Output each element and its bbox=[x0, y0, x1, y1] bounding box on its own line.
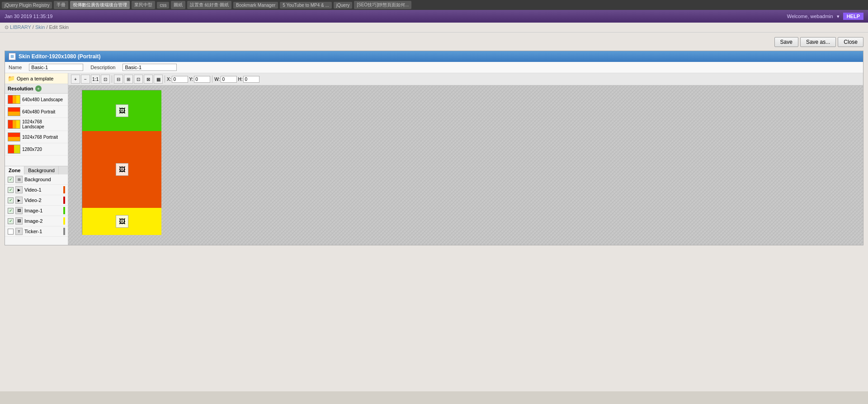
w-input[interactable] bbox=[221, 76, 237, 83]
y-input[interactable] bbox=[194, 76, 210, 83]
canvas-area[interactable]: 🖼 🖼 🖼 bbox=[68, 85, 863, 245]
zoom-in-button[interactable]: + bbox=[71, 75, 80, 84]
description-label: Description bbox=[90, 65, 115, 70]
name-input[interactable] bbox=[29, 64, 83, 71]
skin-editor-title-text: Skin Editor-1920x1080 (Portrait) bbox=[19, 53, 100, 60]
chevron-down-icon[interactable]: ▾ bbox=[837, 14, 840, 19]
zone-color-bar bbox=[63, 228, 65, 235]
tab-seo[interactable]: [SEO技巧]靜態頁面如何... bbox=[354, 1, 411, 9]
description-input[interactable] bbox=[123, 64, 177, 71]
tab-youtube[interactable]: 5 YouTube to MP4 & ... bbox=[280, 2, 331, 9]
tab-citizen[interactable]: 業民中型 bbox=[132, 1, 155, 9]
y-coord-field: Y: bbox=[189, 76, 210, 83]
align-right-button[interactable]: ⊡ bbox=[134, 75, 143, 84]
video-icon: ▶ bbox=[15, 186, 23, 193]
zone-checkbox[interactable]: ✓ bbox=[8, 197, 14, 203]
list-item[interactable]: 1024x768 Portrait bbox=[5, 131, 68, 143]
align-center-button[interactable]: ⊞ bbox=[124, 75, 133, 84]
align-bottom-button[interactable]: ▦ bbox=[154, 75, 163, 84]
toolbar-sep3 bbox=[212, 75, 212, 83]
tab-css[interactable]: css bbox=[157, 2, 169, 9]
h-input[interactable] bbox=[243, 76, 259, 83]
open-template-button[interactable]: 📁 Open a template bbox=[5, 73, 68, 84]
editor-body: 📁 Open a template Resolution + 640x480 L… bbox=[5, 73, 863, 245]
folder-icon: 📁 bbox=[8, 75, 15, 82]
save-button[interactable]: Save bbox=[774, 37, 798, 47]
skin-editor: ⊞ Skin Editor-1920x1080 (Portrait) Name … bbox=[5, 51, 863, 245]
list-item[interactable]: ✓ ⊟ Background bbox=[5, 174, 68, 185]
x-coord-field: X: bbox=[167, 76, 188, 83]
save-as-button[interactable]: Save as... bbox=[800, 37, 836, 47]
zone-name: Image-2 bbox=[24, 218, 42, 224]
zone-yellow[interactable]: 🖼 bbox=[82, 208, 161, 235]
zone-checkbox[interactable]: ✓ bbox=[8, 187, 14, 193]
resolution-label: Resolution bbox=[8, 86, 33, 91]
background-icon: ⊟ bbox=[15, 176, 23, 183]
zone-checkbox[interactable] bbox=[8, 229, 14, 235]
editor-toolbar: + − 1:1 ⊡ ⊟ ⊞ ⊡ ⊠ ▦ X: Y: bbox=[68, 73, 863, 85]
ticker-icon: T bbox=[15, 228, 23, 235]
zone-name: Ticker-1 bbox=[24, 229, 42, 234]
align-top-button[interactable]: ⊠ bbox=[144, 75, 153, 84]
zone-name: Video-1 bbox=[24, 187, 42, 193]
skin-canvas: 🖼 🖼 🖼 bbox=[82, 90, 161, 235]
app-header: Jan 30 2019 11:35:19 Welcome, webadmin ▾… bbox=[0, 10, 868, 23]
zone-color-bar bbox=[63, 186, 65, 193]
video-icon: ▶ bbox=[15, 197, 23, 204]
list-item[interactable]: T Ticker-1 bbox=[5, 226, 68, 237]
resolution-header: Resolution + bbox=[5, 84, 68, 94]
zoom-1to1-button[interactable]: 1:1 bbox=[91, 75, 100, 84]
zone-green[interactable]: 🖼 bbox=[82, 90, 161, 131]
skin-editor-title: ⊞ Skin Editor-1920x1080 (Portrait) bbox=[5, 51, 863, 62]
toolbar-sep2 bbox=[165, 75, 165, 83]
tab-settings[interactable]: 設置查·結好查·圖紙 bbox=[187, 1, 231, 9]
list-item[interactable]: 1280x720 bbox=[5, 143, 68, 155]
browser-toolbar: jQuery Plugin Registry 手冊 視傳數位廣告後端後台管理 業… bbox=[0, 0, 868, 10]
tab-cms[interactable]: 視傳數位廣告後端後台管理 bbox=[70, 1, 130, 9]
close-button[interactable]: Close bbox=[838, 37, 863, 47]
tab-manual[interactable]: 手冊 bbox=[54, 1, 68, 9]
left-panel: 📁 Open a template Resolution + 640x480 L… bbox=[5, 73, 68, 245]
zone-orange[interactable]: 🖼 bbox=[82, 131, 161, 208]
breadcrumb-skin[interactable]: Skin bbox=[35, 24, 45, 30]
h-label: H: bbox=[238, 77, 242, 82]
zone-checkbox[interactable]: ✓ bbox=[8, 208, 14, 214]
list-item[interactable]: 1024x768 Landscape bbox=[5, 118, 68, 131]
image2-zone-icon: 🖼 bbox=[116, 215, 128, 228]
list-item[interactable]: 640x480 Landscape bbox=[5, 94, 68, 106]
home-icon: ⊙ bbox=[5, 24, 9, 30]
res-thumb bbox=[8, 95, 20, 104]
list-item[interactable]: ✓ 🖼 Image-1 bbox=[5, 206, 68, 216]
open-template-label: Open a template bbox=[17, 76, 53, 81]
breadcrumb: ⊙ LIBRARY / Skin / Edit Skin bbox=[0, 23, 868, 33]
tab-blueprint[interactable]: 圖紙 bbox=[171, 1, 185, 9]
zone-color-bar bbox=[63, 197, 65, 204]
list-item[interactable]: ✓ 🖼 Image-2 bbox=[5, 216, 68, 226]
res-thumb bbox=[8, 132, 20, 141]
x-input[interactable] bbox=[172, 76, 188, 83]
zone-checkbox[interactable]: ✓ bbox=[8, 177, 14, 183]
list-item[interactable]: 640x480 Portrait bbox=[5, 106, 68, 118]
add-resolution-button[interactable]: + bbox=[35, 85, 42, 92]
x-label: X: bbox=[167, 77, 171, 82]
tab-bookmark[interactable]: Bookmark Manager bbox=[233, 2, 278, 9]
list-item[interactable]: ✓ ▶ Video-1 bbox=[5, 185, 68, 195]
y-label: Y: bbox=[189, 77, 193, 82]
zone-checkbox[interactable]: ✓ bbox=[8, 218, 14, 224]
align-left-button[interactable]: ⊟ bbox=[114, 75, 123, 84]
zone-section: Zone Background ✓ ⊟ Background ✓ ▶ Video bbox=[5, 166, 68, 237]
video-zone-icon: 🖼 bbox=[116, 163, 128, 176]
tab-jquery2[interactable]: jQuery bbox=[334, 2, 352, 9]
help-button[interactable]: HELP bbox=[843, 13, 863, 20]
list-item[interactable]: ✓ ▶ Video-2 bbox=[5, 195, 68, 206]
tab-jquery-plugin[interactable]: jQuery Plugin Registry bbox=[2, 2, 52, 9]
zone-list: ✓ ⊟ Background ✓ ▶ Video-1 ✓ ▶ bbox=[5, 174, 68, 237]
zoom-out-button[interactable]: − bbox=[81, 75, 90, 84]
fit-button[interactable]: ⊡ bbox=[101, 75, 110, 84]
tab-background[interactable]: Background bbox=[24, 166, 59, 174]
breadcrumb-library[interactable]: LIBRARY bbox=[10, 24, 31, 30]
tab-zone[interactable]: Zone bbox=[5, 166, 24, 174]
w-label: W: bbox=[214, 77, 220, 82]
name-label: Name bbox=[9, 65, 22, 70]
zone-name: Background bbox=[24, 177, 51, 182]
